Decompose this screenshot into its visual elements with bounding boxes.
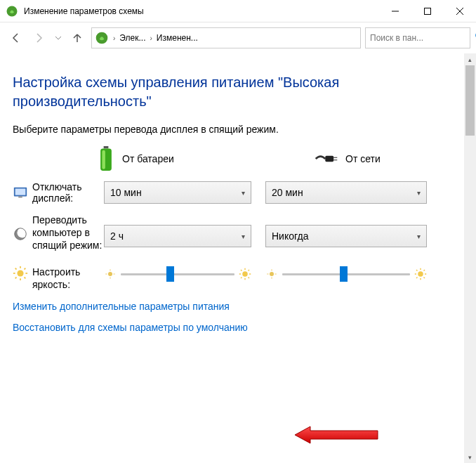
sun-icon xyxy=(13,266,28,281)
minimize-button[interactable] xyxy=(379,0,411,22)
dropdown-value: 20 мин xyxy=(272,187,303,198)
sleep-battery-dropdown[interactable]: 2 ч ▾ xyxy=(104,225,251,247)
monitor-icon xyxy=(13,185,28,200)
brightness-ac-slider[interactable] xyxy=(282,266,410,282)
close-button[interactable] xyxy=(444,0,476,22)
svg-point-34 xyxy=(242,271,248,277)
vertical-scrollbar[interactable]: ▴ ▾ xyxy=(464,53,476,463)
back-button[interactable] xyxy=(6,28,25,48)
navigation-bar: › Элек... › Изменен... xyxy=(0,22,476,53)
svg-rect-15 xyxy=(15,189,26,195)
breadcrumb[interactable]: › Элек... › Изменен... xyxy=(91,27,361,48)
svg-rect-11 xyxy=(325,156,333,162)
page-heading: Настройка схемы управления питанием "Выс… xyxy=(13,73,456,111)
sun-dim-icon xyxy=(104,268,117,280)
svg-point-29 xyxy=(108,272,112,276)
svg-line-56 xyxy=(424,270,425,271)
sleep-ac-dropdown[interactable]: Никогда ▾ xyxy=(265,225,427,247)
sun-bright-icon xyxy=(414,268,427,280)
window-title: Изменение параметров схемы xyxy=(24,6,379,16)
svg-rect-10 xyxy=(102,150,105,169)
dropdown-value: 10 мин xyxy=(110,187,142,198)
svg-line-40 xyxy=(249,278,250,279)
search-input[interactable] xyxy=(370,33,475,43)
chevron-right-icon: › xyxy=(149,34,154,42)
svg-marker-57 xyxy=(295,426,378,443)
dropdown-value: Никогда xyxy=(272,230,308,242)
svg-line-25 xyxy=(15,268,17,270)
forward-button[interactable] xyxy=(29,28,49,48)
sun-dim-icon xyxy=(265,268,278,280)
instruction-text: Выберите параметры перевода дисплея в сп… xyxy=(13,124,456,135)
row-display-off-label: Отключать дисплей: xyxy=(32,181,104,204)
content-pane: Настройка схемы управления питанием "Выс… xyxy=(0,53,476,463)
sun-bright-icon xyxy=(239,268,251,280)
restore-defaults-link[interactable]: Восстановить для схемы параметры по умол… xyxy=(13,322,456,333)
svg-rect-2 xyxy=(425,8,431,14)
breadcrumb-segment[interactable]: Элек... xyxy=(117,33,148,43)
chevron-down-icon: ▾ xyxy=(417,189,421,197)
display-off-battery-dropdown[interactable]: 10 мин ▾ xyxy=(104,181,251,204)
svg-line-53 xyxy=(416,270,418,271)
svg-line-42 xyxy=(249,270,250,271)
svg-point-43 xyxy=(270,272,274,276)
svg-rect-8 xyxy=(104,146,109,148)
location-icon xyxy=(95,31,109,45)
row-display-off: Отключать дисплей: 10 мин ▾ 20 мин ▾ xyxy=(13,181,456,204)
moon-icon xyxy=(13,226,28,242)
svg-line-28 xyxy=(25,268,26,270)
svg-line-54 xyxy=(424,278,425,279)
svg-line-39 xyxy=(241,270,242,271)
battery-icon xyxy=(97,146,115,171)
breadcrumb-segment[interactable]: Изменен... xyxy=(154,33,201,43)
chevron-right-icon: › xyxy=(112,34,117,42)
scroll-thumb[interactable] xyxy=(465,65,475,136)
plug-icon xyxy=(315,152,338,166)
column-ac-label: От сети xyxy=(345,153,381,164)
up-button[interactable] xyxy=(67,28,87,48)
column-headers: От батареи От сети xyxy=(13,146,456,171)
svg-line-55 xyxy=(416,278,418,279)
chevron-down-icon: ▾ xyxy=(417,233,421,240)
maximize-button[interactable] xyxy=(411,0,444,22)
title-bar: Изменение параметров схемы xyxy=(0,0,476,22)
advanced-settings-link[interactable]: Изменить дополнительные параметры питани… xyxy=(13,301,456,312)
dropdown-value: 2 ч xyxy=(110,230,124,242)
svg-point-20 xyxy=(17,270,23,276)
column-battery-label: От батареи xyxy=(122,153,174,164)
row-sleep: Переводить компьютер в спящий режим: 2 ч… xyxy=(13,214,456,256)
scroll-down-button[interactable]: ▾ xyxy=(464,451,476,463)
svg-line-26 xyxy=(25,278,26,279)
svg-line-27 xyxy=(15,278,17,279)
chevron-down-icon: ▾ xyxy=(242,233,245,240)
svg-rect-16 xyxy=(18,197,22,198)
svg-point-48 xyxy=(418,271,423,277)
row-brightness-label: Настроить яркость: xyxy=(32,266,104,291)
row-brightness: Настроить яркость: xyxy=(13,266,456,291)
callout-arrow-icon xyxy=(295,424,379,445)
brightness-battery-slider[interactable] xyxy=(121,266,234,282)
scroll-up-button[interactable]: ▴ xyxy=(464,53,476,65)
display-off-ac-dropdown[interactable]: 20 мин ▾ xyxy=(265,181,427,204)
app-icon xyxy=(6,5,18,18)
search-box[interactable] xyxy=(365,27,470,48)
chevron-down-icon: ▾ xyxy=(242,189,245,197)
svg-line-41 xyxy=(241,278,242,279)
row-sleep-label: Переводить компьютер в спящий режим: xyxy=(32,214,104,252)
history-dropdown-button[interactable] xyxy=(53,35,63,41)
